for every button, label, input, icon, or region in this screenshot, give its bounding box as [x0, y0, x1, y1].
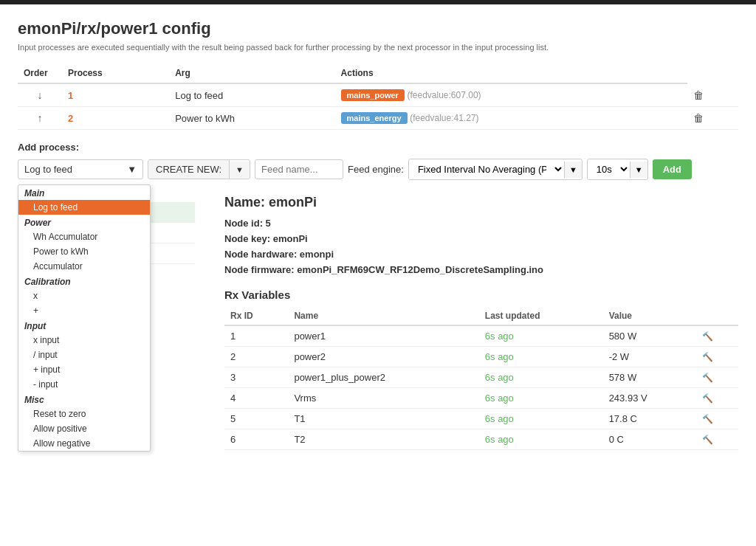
rx-value: 243.93 V — [603, 388, 696, 409]
arg-badge[interactable]: mains_power — [341, 89, 405, 101]
rx-wrench-cell[interactable]: 🔨 — [696, 347, 738, 367]
node-title: Name: emonPi — [224, 195, 738, 210]
col-arg: Arg — [169, 63, 334, 83]
dropdown-menu-item[interactable]: / input — [18, 348, 150, 362]
row-arrow[interactable]: ↓ — [18, 83, 62, 107]
interval-group[interactable]: 10s ▼ — [587, 159, 648, 180]
dropdown-menu-item[interactable]: + input — [18, 362, 150, 377]
rx-name: power1_plus_power2 — [288, 367, 478, 388]
dropdown-group-label: Misc — [18, 392, 150, 407]
col-actions: Actions — [335, 63, 687, 83]
dropdown-menu-item[interactable]: Reset to zero — [18, 407, 150, 421]
col-order: Order — [18, 63, 62, 83]
rx-name: Vrms — [288, 388, 478, 409]
node-key-value: emonPi — [273, 233, 308, 244]
rx-id: 5 — [224, 409, 288, 429]
rx-updated: 6s ago — [479, 347, 603, 367]
row-actions[interactable]: 🗑 — [687, 83, 738, 107]
rx-wrench-cell[interactable]: 🔨 — [696, 388, 738, 409]
row-process: Power to kWh — [169, 107, 334, 130]
rx-table-row: 4 Vrms 6s ago 243.93 V 🔨 — [224, 388, 738, 409]
feed-engine-label: Feed engine: — [348, 164, 404, 175]
rx-value: 580 W — [603, 325, 696, 347]
page-subtitle: Input processes are executed sequentiall… — [18, 43, 738, 52]
wrench-icon[interactable]: 🔨 — [702, 435, 713, 445]
row-arg: mains_power (feedvalue:607.00) — [335, 83, 687, 107]
table-row: ↓ 1 Log to feed mains_power (feedvalue:6… — [18, 83, 738, 107]
process-dropdown-trigger[interactable]: Log to feed ▼ — [18, 159, 143, 179]
rx-name: T2 — [288, 429, 478, 450]
rx-id: 6 — [224, 429, 288, 450]
dropdown-menu-item[interactable]: Power to kWh — [18, 244, 150, 259]
node-key-label: Node key: — [224, 233, 273, 244]
row-arg: mains_energy (feedvalue:41.27) — [335, 107, 687, 130]
node-hardware-row: Node hardware: emonpi — [224, 249, 738, 260]
dropdown-menu-item[interactable]: + — [18, 303, 150, 318]
dropdown-menu-item[interactable]: Allow positive — [18, 421, 150, 436]
rx-wrench-cell[interactable]: 🔨 — [696, 325, 738, 347]
rx-id: 2 — [224, 347, 288, 367]
rx-table-row: 3 power1_plus_power2 6s ago 578 W 🔨 — [224, 367, 738, 388]
create-new-arrow[interactable]: ▼ — [230, 162, 250, 178]
rx-id: 1 — [224, 325, 288, 347]
rx-name: power2 — [288, 347, 478, 367]
rx-value: 578 W — [603, 367, 696, 388]
rx-wrench-cell[interactable]: 🔨 — [696, 367, 738, 388]
wrench-icon[interactable]: 🔨 — [702, 352, 713, 362]
row-order: 1 — [62, 83, 169, 107]
dropdown-menu-item[interactable]: Allow negative — [18, 436, 150, 451]
rx-wrench-cell[interactable]: 🔨 — [696, 429, 738, 450]
wrench-icon[interactable]: 🔨 — [702, 393, 713, 404]
process-select-wrapper[interactable]: Log to feed ▼ MainLog to feedPowerWh Acc… — [18, 159, 143, 179]
move-arrow[interactable]: ↓ — [38, 89, 43, 101]
engine-select[interactable]: Fixed Interval No Averaging (P — [409, 159, 564, 179]
create-new-label: CREATE NEW: — [148, 160, 230, 179]
arg-badge[interactable]: mains_energy — [341, 112, 408, 124]
node-firmware-label: Node firmware: — [224, 264, 297, 275]
rx-value: 0 C — [603, 429, 696, 450]
rx-updated: 6s ago — [479, 388, 603, 409]
dropdown-menu-item[interactable]: Log to feed — [18, 200, 150, 215]
engine-select-group[interactable]: Fixed Interval No Averaging (P ▼ — [408, 159, 583, 180]
add-process-label: Add process: — [18, 142, 738, 153]
wrench-icon[interactable]: 🔨 — [702, 373, 713, 383]
create-new-group[interactable]: CREATE NEW: ▼ — [148, 159, 250, 179]
rx-table: Rx IDNameLast updatedValue 1 power1 6s a… — [224, 307, 738, 450]
delete-icon[interactable]: 🗑 — [693, 89, 704, 101]
wrench-icon[interactable]: 🔨 — [702, 414, 713, 424]
dropdown-menu-item[interactable]: - input — [18, 377, 150, 392]
wrench-icon[interactable]: 🔨 — [702, 331, 713, 342]
engine-arrow[interactable]: ▼ — [564, 162, 582, 178]
delete-icon[interactable]: 🗑 — [693, 112, 704, 124]
interval-select[interactable]: 10s — [588, 159, 630, 179]
row-actions[interactable]: 🗑 — [687, 107, 738, 130]
move-arrow[interactable]: ↑ — [38, 112, 43, 124]
process-select-value: Log to feed — [24, 164, 72, 175]
node-hardware-value: emonpi — [300, 249, 334, 260]
row-arrow[interactable]: ↑ — [18, 107, 62, 130]
interval-arrow[interactable]: ▼ — [630, 162, 647, 178]
feedvalue: (feedvalue:607.00) — [408, 90, 481, 100]
dropdown-menu-item[interactable]: Accumulator — [18, 259, 150, 274]
rx-updated: 6s ago — [479, 429, 603, 450]
row-order: 2 — [62, 107, 169, 130]
dropdown-menu-item[interactable]: x input — [18, 333, 150, 348]
rx-name: T1 — [288, 409, 478, 429]
rx-updated: 6s ago — [479, 409, 603, 429]
rx-name: power1 — [288, 325, 478, 347]
rx-updated: 6s ago — [479, 367, 603, 388]
rx-table-row: 5 T1 6s ago 17.8 C 🔨 — [224, 409, 738, 429]
process-table: Order Process Arg Actions ↓ 1 Log to fee… — [18, 63, 738, 130]
add-button[interactable]: Add — [653, 159, 692, 179]
rx-table-row: 6 T2 6s ago 0 C 🔨 — [224, 429, 738, 450]
page-title: emonPi/rx/power1 config — [18, 19, 738, 38]
feed-name-input[interactable] — [255, 159, 343, 179]
rx-col-header: Name — [288, 307, 478, 325]
dropdown-menu-item[interactable]: x — [18, 288, 150, 303]
node-id-label: Node id: — [224, 218, 266, 229]
rx-col-header: Last updated — [479, 307, 603, 325]
dropdown-menu-item[interactable]: Wh Accumulator — [18, 229, 150, 244]
rx-updated: 6s ago — [479, 325, 603, 347]
rx-value: 17.8 C — [603, 409, 696, 429]
rx-wrench-cell[interactable]: 🔨 — [696, 409, 738, 429]
